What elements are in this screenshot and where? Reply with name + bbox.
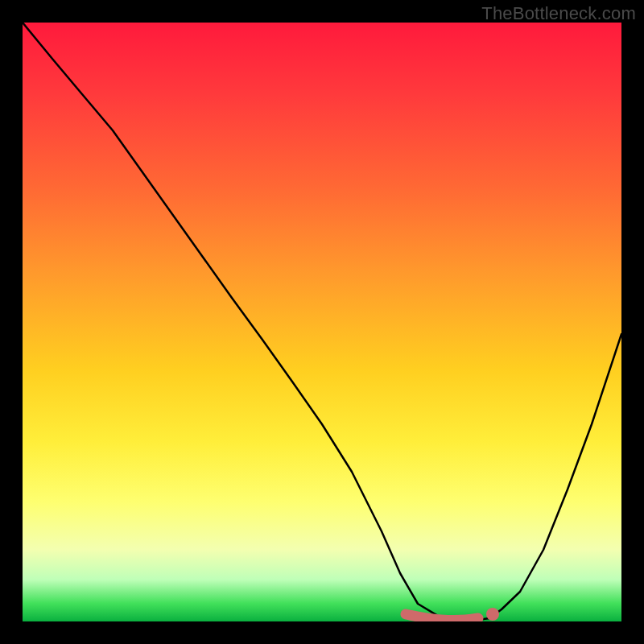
plot-area — [23, 23, 621, 621]
watermark-text: TheBottleneck.com — [481, 3, 636, 24]
chart-container: TheBottleneck.com — [0, 0, 644, 644]
optimal-range-dot — [486, 608, 499, 621]
bottleneck-curve-svg — [23, 23, 621, 621]
bottleneck-curve — [23, 23, 621, 621]
optimal-range-segment — [406, 614, 478, 621]
